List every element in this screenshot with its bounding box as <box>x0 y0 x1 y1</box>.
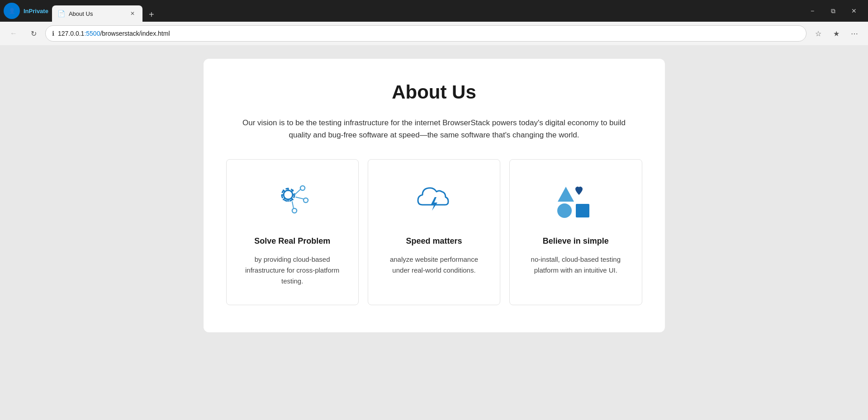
window-controls: − ⧉ ✕ <box>802 4 864 18</box>
feature-card-simple: Believe in simple no-install, cloud-base… <box>509 159 642 305</box>
address-info-icon: ℹ <box>52 30 54 37</box>
tab-bar: 📄 About Us ✕ + <box>48 0 802 22</box>
solve-title: Solve Real Problem <box>254 236 330 246</box>
inprivate-icon: 👤 <box>9 8 15 14</box>
svg-marker-8 <box>558 187 574 202</box>
feature-card-speed: Speed matters analyze website performanc… <box>368 159 500 305</box>
address-path: /browserstack/index.html <box>100 30 170 37</box>
page-description: Our vision is to be the testing infrastr… <box>240 117 629 141</box>
speed-icon-area <box>411 178 456 223</box>
tab-page-icon: 📄 <box>57 10 65 17</box>
address-bar[interactable]: ℹ 127.0.0.1:5500/browserstack/index.html <box>45 25 806 42</box>
solve-desc: by providing cloud-based infrastructure … <box>240 254 345 287</box>
svg-point-4 <box>292 208 297 213</box>
minimize-button[interactable]: − <box>802 4 823 18</box>
feature-card-solve: Solve Real Problem by providing cloud-ba… <box>226 159 359 305</box>
collections-button[interactable]: ★ <box>828 25 844 42</box>
cloud-lightning-icon <box>411 180 456 221</box>
navigation-bar: ← ↻ ℹ 127.0.0.1:5500/browserstack/index.… <box>0 22 868 45</box>
shapes-icon <box>551 180 601 221</box>
svg-line-5 <box>294 189 300 195</box>
nav-right-buttons: ☆ ★ ⋯ <box>810 25 863 42</box>
speed-desc: analyze website performance under real-w… <box>382 254 486 276</box>
inprivate-avatar: 👤 <box>4 3 20 19</box>
svg-point-3 <box>304 198 308 203</box>
svg-line-6 <box>296 197 304 199</box>
address-host: 127.0.0.1 <box>58 30 84 37</box>
refresh-button[interactable]: ↻ <box>25 25 42 42</box>
tab-close-button[interactable]: ✕ <box>128 9 137 18</box>
page-background: About Us Our vision is to be the testing… <box>0 45 868 420</box>
tab-title: About Us <box>69 10 124 17</box>
address-port: :5500 <box>84 30 100 37</box>
speed-title: Speed matters <box>406 236 462 246</box>
gear-network-icon <box>267 180 317 221</box>
favorites-button[interactable]: ☆ <box>810 25 826 42</box>
svg-rect-10 <box>576 204 589 217</box>
simple-desc: no-install, cloud-based testing platform… <box>523 254 628 276</box>
simple-title: Believe in simple <box>543 236 609 246</box>
address-text: 127.0.0.1:5500/browserstack/index.html <box>58 30 800 37</box>
svg-point-9 <box>557 203 572 218</box>
restore-button[interactable]: ⧉ <box>823 4 844 18</box>
active-tab[interactable]: 📄 About Us ✕ <box>52 5 142 22</box>
page-title: About Us <box>226 81 642 103</box>
inprivate-label: InPrivate <box>24 8 48 14</box>
content-card: About Us Our vision is to be the testing… <box>204 59 665 332</box>
svg-point-2 <box>300 186 305 190</box>
back-button[interactable]: ← <box>5 25 22 42</box>
new-tab-button[interactable]: + <box>144 7 159 22</box>
svg-line-7 <box>292 202 294 208</box>
features-grid: Solve Real Problem by providing cloud-ba… <box>226 159 642 305</box>
more-button[interactable]: ⋯ <box>846 25 863 42</box>
solve-icon-area <box>267 178 317 223</box>
close-button[interactable]: ✕ <box>844 4 864 18</box>
simple-icon-area <box>551 178 601 223</box>
